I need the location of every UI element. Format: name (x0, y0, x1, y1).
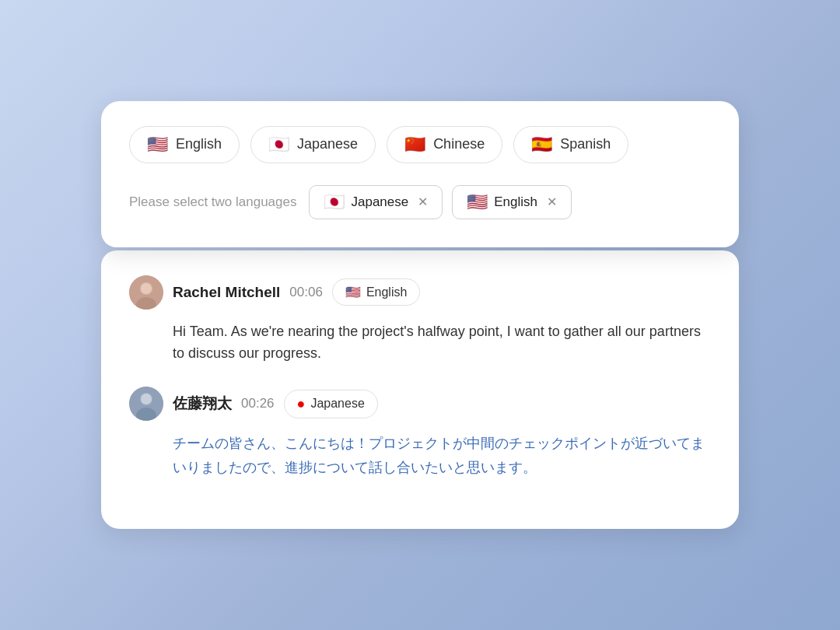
selection-row: Please select two languages 🇯🇵 Japanese … (129, 185, 711, 219)
selected-tags: 🇯🇵 Japanese ✕ 🇺🇸 English ✕ (309, 185, 572, 219)
message-header-1: Rachel Mitchell 00:06 🇺🇸 English (129, 275, 711, 310)
spanish-flag-icon: 🇪🇸 (531, 136, 552, 153)
selection-label: Please select two languages (129, 194, 296, 210)
message-block-2: 佐藤翔太 00:26 ● Japanese チームの皆さん、こんにちは！プロジェ… (129, 387, 711, 479)
rachel-avatar (129, 275, 163, 310)
english-flag-icon: 🇺🇸 (147, 136, 168, 153)
japanese-label: Japanese (297, 136, 358, 152)
english-button[interactable]: 🇺🇸 English (129, 126, 240, 163)
sato-timestamp: 00:26 (241, 396, 275, 411)
english-selected-tag: 🇺🇸 English ✕ (452, 185, 572, 219)
rachel-lang-flag-icon: 🇺🇸 (345, 285, 361, 299)
svg-point-3 (141, 283, 152, 294)
svg-point-7 (141, 394, 152, 404)
english-selected-label: English (494, 194, 537, 210)
chinese-label: Chinese (433, 136, 485, 152)
sato-lang-flag-icon: ● (297, 396, 306, 412)
english-selected-flag-icon: 🇺🇸 (467, 194, 488, 211)
japanese-selected-flag-icon: 🇯🇵 (324, 194, 345, 211)
main-container: 🇺🇸 English 🇯🇵 Japanese 🇨🇳 Chinese 🇪🇸 Spa… (101, 101, 739, 530)
japanese-button[interactable]: 🇯🇵 Japanese (250, 126, 376, 163)
english-remove-button[interactable]: ✕ (547, 194, 557, 209)
sato-avatar (129, 387, 163, 421)
sato-lang-badge: ● Japanese (284, 390, 378, 418)
spanish-label: Spanish (560, 136, 611, 152)
sato-name: 佐藤翔太 (173, 394, 232, 414)
rachel-name: Rachel Mitchell (173, 284, 280, 301)
message-header-2: 佐藤翔太 00:26 ● Japanese (129, 387, 711, 421)
rachel-lang-badge: 🇺🇸 English (332, 278, 420, 306)
sato-lang-label: Japanese (310, 397, 364, 411)
message-block-1: Rachel Mitchell 00:06 🇺🇸 English Hi Team… (129, 275, 711, 366)
english-label: English (176, 136, 222, 152)
sato-message-text: チームの皆さん、こんにちは！プロジェクトが中間のチェックポイントが近づいてまいり… (129, 432, 711, 479)
spanish-button[interactable]: 🇪🇸 Spanish (513, 126, 628, 163)
japanese-remove-button[interactable]: ✕ (418, 194, 428, 209)
language-buttons-row: 🇺🇸 English 🇯🇵 Japanese 🇨🇳 Chinese 🇪🇸 Spa… (129, 126, 711, 163)
japanese-flag-icon: 🇯🇵 (268, 136, 289, 153)
rachel-lang-label: English (366, 285, 407, 299)
language-card: 🇺🇸 English 🇯🇵 Japanese 🇨🇳 Chinese 🇪🇸 Spa… (101, 101, 739, 247)
chinese-flag-icon: 🇨🇳 (404, 136, 425, 153)
chat-card: Rachel Mitchell 00:06 🇺🇸 English Hi Team… (101, 250, 739, 530)
rachel-timestamp: 00:06 (289, 285, 323, 300)
chinese-button[interactable]: 🇨🇳 Chinese (387, 126, 502, 163)
japanese-selected-label: Japanese (351, 194, 408, 210)
japanese-selected-tag: 🇯🇵 Japanese ✕ (309, 185, 443, 219)
rachel-message-text: Hi Team. As we're nearing the project's … (129, 320, 711, 366)
